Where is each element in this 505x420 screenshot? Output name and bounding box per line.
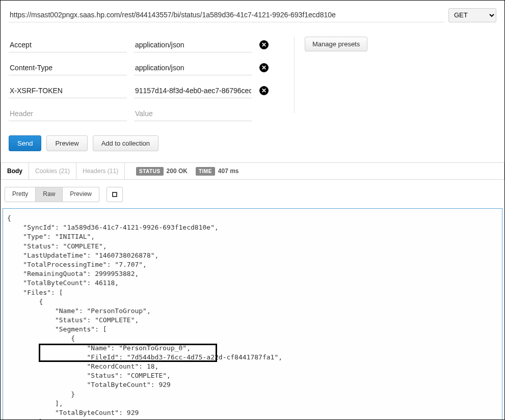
header-value-input[interactable] xyxy=(134,82,252,98)
view-pretty-button[interactable]: Pretty xyxy=(5,187,36,202)
method-select[interactable]: GET xyxy=(448,8,496,22)
time-value: 407 ms xyxy=(218,167,239,175)
delete-icon[interactable]: ✕ xyxy=(259,86,269,95)
header-row: ✕ xyxy=(9,82,284,98)
fullscreen-icon[interactable] xyxy=(107,187,123,202)
header-value-input[interactable] xyxy=(134,37,252,52)
time-label: TIME xyxy=(196,167,215,176)
view-raw-button[interactable]: Raw xyxy=(36,187,63,202)
header-name-input[interactable] xyxy=(9,60,127,75)
tab-headers[interactable]: Headers (11) xyxy=(76,163,125,179)
header-row: ✕ xyxy=(9,37,284,52)
status-value: 200 OK xyxy=(167,167,188,175)
headers-section: ✕ ✕ ✕ xyxy=(9,37,284,128)
url-input[interactable] xyxy=(9,8,444,22)
send-button[interactable]: Send xyxy=(9,135,41,151)
view-preview-button[interactable]: Preview xyxy=(63,187,99,202)
header-name-input[interactable] xyxy=(9,82,127,98)
tab-cookies[interactable]: Cookies (21) xyxy=(29,163,76,179)
tab-body[interactable]: Body xyxy=(1,163,29,179)
highlight-annotation xyxy=(39,344,217,362)
preview-button[interactable]: Preview xyxy=(46,135,87,151)
response-tabbar: Body Cookies (21) Headers (11) STATUS 20… xyxy=(1,162,504,180)
header-name-input[interactable] xyxy=(9,37,127,52)
add-collection-button[interactable]: Add to collection xyxy=(93,135,158,151)
response-body[interactable]: { "SyncId": "1a589d36-41c7-4121-9926-693… xyxy=(3,208,502,420)
header-value-input[interactable] xyxy=(134,105,252,121)
header-value-input[interactable] xyxy=(134,60,252,75)
header-name-input[interactable] xyxy=(9,105,127,121)
header-row: ✕ xyxy=(9,60,284,75)
divider xyxy=(294,37,295,113)
status-label: STATUS xyxy=(136,167,164,176)
delete-icon[interactable]: ✕ xyxy=(259,40,269,49)
manage-presets-button[interactable]: Manage presets xyxy=(305,37,367,51)
header-row-blank xyxy=(9,105,284,121)
delete-icon[interactable]: ✕ xyxy=(259,63,269,72)
